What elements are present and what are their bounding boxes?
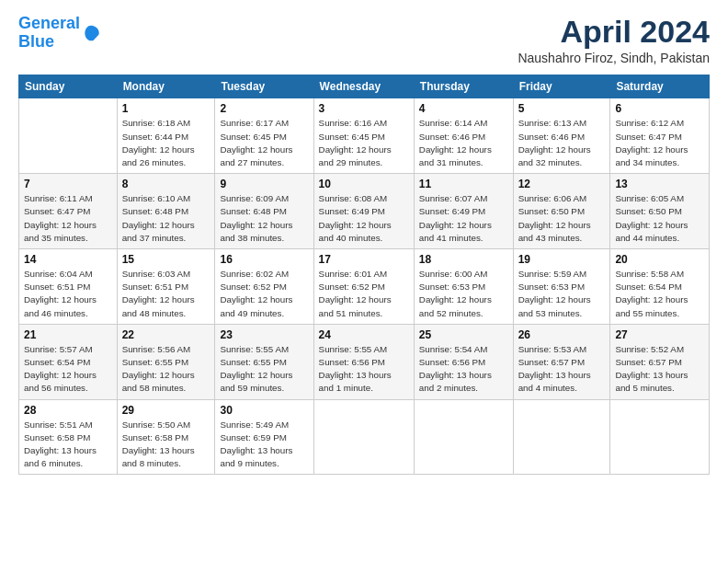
table-cell	[414, 399, 513, 475]
day-info: Sunrise: 6:00 AM Sunset: 6:53 PM Dayligh…	[419, 268, 508, 320]
day-number: 18	[419, 253, 508, 266]
day-number: 3	[319, 102, 409, 115]
table-cell: 4Sunrise: 6:14 AM Sunset: 6:46 PM Daylig…	[414, 98, 513, 174]
table-cell: 14Sunrise: 6:04 AM Sunset: 6:51 PM Dayli…	[19, 249, 118, 325]
day-info: Sunrise: 5:51 AM Sunset: 6:58 PM Dayligh…	[24, 419, 112, 471]
col-friday: Friday	[513, 75, 610, 98]
day-info: Sunrise: 6:06 AM Sunset: 6:50 PM Dayligh…	[518, 192, 606, 245]
week-row-2: 14Sunrise: 6:04 AM Sunset: 6:51 PM Dayli…	[19, 249, 710, 325]
week-row-0: 1Sunrise: 6:18 AM Sunset: 6:44 PM Daylig…	[19, 98, 710, 174]
day-number: 25	[419, 328, 508, 341]
day-info: Sunrise: 5:55 AM Sunset: 6:56 PM Dayligh…	[319, 343, 409, 396]
table-cell: 9Sunrise: 6:09 AM Sunset: 6:48 PM Daylig…	[215, 174, 313, 249]
day-number: 6	[615, 102, 704, 115]
week-row-4: 28Sunrise: 5:51 AM Sunset: 6:58 PM Dayli…	[19, 399, 710, 475]
subtitle: Naushahro Firoz, Sindh, Pakistan	[518, 51, 710, 65]
table-cell: 18Sunrise: 6:00 AM Sunset: 6:53 PM Dayli…	[414, 249, 513, 325]
day-info: Sunrise: 6:07 AM Sunset: 6:49 PM Dayligh…	[419, 192, 508, 245]
day-number: 15	[122, 253, 210, 266]
table-cell: 13Sunrise: 6:05 AM Sunset: 6:50 PM Dayli…	[610, 174, 710, 249]
table-cell: 17Sunrise: 6:01 AM Sunset: 6:52 PM Dayli…	[313, 249, 414, 325]
day-info: Sunrise: 6:14 AM Sunset: 6:46 PM Dayligh…	[419, 117, 508, 169]
day-info: Sunrise: 5:55 AM Sunset: 6:55 PM Dayligh…	[220, 343, 308, 396]
col-wednesday: Wednesday	[313, 75, 414, 98]
table-cell: 19Sunrise: 5:59 AM Sunset: 6:53 PM Dayli…	[513, 249, 610, 325]
page: General Blue April 2024 Naushahro Firoz,…	[0, 0, 728, 486]
day-info: Sunrise: 5:56 AM Sunset: 6:55 PM Dayligh…	[122, 343, 210, 396]
table-cell: 16Sunrise: 6:02 AM Sunset: 6:52 PM Dayli…	[215, 249, 313, 325]
day-info: Sunrise: 6:02 AM Sunset: 6:52 PM Dayligh…	[220, 268, 308, 320]
logo: General Blue	[18, 15, 100, 52]
table-cell: 22Sunrise: 5:56 AM Sunset: 6:55 PM Dayli…	[117, 324, 215, 399]
day-info: Sunrise: 6:09 AM Sunset: 6:48 PM Dayligh…	[220, 192, 308, 245]
header-row: Sunday Monday Tuesday Wednesday Thursday…	[19, 75, 710, 98]
day-number: 14	[24, 253, 112, 266]
day-number: 16	[220, 253, 308, 266]
table-cell	[610, 399, 710, 475]
calendar-table: Sunday Monday Tuesday Wednesday Thursday…	[18, 75, 710, 475]
logo-blue: Blue	[18, 32, 54, 51]
day-info: Sunrise: 5:57 AM Sunset: 6:54 PM Dayligh…	[24, 343, 112, 396]
table-cell: 12Sunrise: 6:06 AM Sunset: 6:50 PM Dayli…	[513, 174, 610, 249]
table-cell: 7Sunrise: 6:11 AM Sunset: 6:47 PM Daylig…	[19, 174, 118, 249]
day-info: Sunrise: 5:58 AM Sunset: 6:54 PM Dayligh…	[615, 268, 704, 320]
table-cell: 20Sunrise: 5:58 AM Sunset: 6:54 PM Dayli…	[610, 249, 710, 325]
day-info: Sunrise: 6:03 AM Sunset: 6:51 PM Dayligh…	[122, 268, 210, 320]
day-info: Sunrise: 6:08 AM Sunset: 6:49 PM Dayligh…	[319, 192, 409, 245]
day-info: Sunrise: 6:17 AM Sunset: 6:45 PM Dayligh…	[220, 117, 308, 169]
day-number: 19	[518, 253, 606, 266]
table-cell: 15Sunrise: 6:03 AM Sunset: 6:51 PM Dayli…	[117, 249, 215, 325]
table-cell: 6Sunrise: 6:12 AM Sunset: 6:47 PM Daylig…	[610, 98, 710, 174]
table-cell: 25Sunrise: 5:54 AM Sunset: 6:56 PM Dayli…	[414, 324, 513, 399]
table-cell	[313, 399, 414, 475]
table-cell: 1Sunrise: 6:18 AM Sunset: 6:44 PM Daylig…	[117, 98, 215, 174]
day-info: Sunrise: 5:54 AM Sunset: 6:56 PM Dayligh…	[419, 343, 508, 396]
logo-icon	[82, 24, 100, 42]
title-area: April 2024 Naushahro Firoz, Sindh, Pakis…	[518, 15, 710, 65]
table-cell	[513, 399, 610, 475]
table-cell: 2Sunrise: 6:17 AM Sunset: 6:45 PM Daylig…	[215, 98, 313, 174]
col-monday: Monday	[117, 75, 215, 98]
day-info: Sunrise: 5:53 AM Sunset: 6:57 PM Dayligh…	[518, 343, 606, 396]
day-number: 7	[24, 178, 112, 190]
table-cell: 26Sunrise: 5:53 AM Sunset: 6:57 PM Dayli…	[513, 324, 610, 399]
day-info: Sunrise: 6:01 AM Sunset: 6:52 PM Dayligh…	[319, 268, 409, 320]
day-info: Sunrise: 6:04 AM Sunset: 6:51 PM Dayligh…	[24, 268, 112, 320]
day-number: 13	[615, 178, 704, 190]
day-number: 28	[24, 404, 112, 417]
day-number: 10	[319, 178, 409, 190]
day-number: 2	[220, 102, 308, 115]
month-title: April 2024	[518, 15, 710, 49]
logo-general: General	[18, 14, 80, 32]
day-number: 27	[615, 328, 704, 341]
col-thursday: Thursday	[414, 75, 513, 98]
day-number: 12	[518, 178, 606, 190]
table-cell: 27Sunrise: 5:52 AM Sunset: 6:57 PM Dayli…	[610, 324, 710, 399]
day-number: 26	[518, 328, 606, 341]
day-info: Sunrise: 5:52 AM Sunset: 6:57 PM Dayligh…	[615, 343, 704, 396]
week-row-1: 7Sunrise: 6:11 AM Sunset: 6:47 PM Daylig…	[19, 174, 710, 249]
day-number: 9	[220, 178, 308, 190]
day-number: 29	[122, 404, 210, 417]
col-tuesday: Tuesday	[215, 75, 313, 98]
day-number: 30	[220, 404, 308, 417]
day-number: 23	[220, 328, 308, 341]
table-cell: 30Sunrise: 5:49 AM Sunset: 6:59 PM Dayli…	[215, 399, 313, 475]
day-number: 20	[615, 253, 704, 266]
day-number: 5	[518, 102, 606, 115]
logo-content: General Blue	[18, 15, 100, 52]
day-info: Sunrise: 6:12 AM Sunset: 6:47 PM Dayligh…	[615, 117, 704, 169]
day-info: Sunrise: 6:18 AM Sunset: 6:44 PM Dayligh…	[122, 117, 210, 169]
table-cell: 11Sunrise: 6:07 AM Sunset: 6:49 PM Dayli…	[414, 174, 513, 249]
table-cell: 10Sunrise: 6:08 AM Sunset: 6:49 PM Dayli…	[313, 174, 414, 249]
day-info: Sunrise: 6:16 AM Sunset: 6:45 PM Dayligh…	[319, 117, 409, 169]
day-info: Sunrise: 5:50 AM Sunset: 6:58 PM Dayligh…	[122, 419, 210, 471]
day-number: 22	[122, 328, 210, 341]
logo-text: General Blue	[18, 15, 80, 52]
day-info: Sunrise: 6:11 AM Sunset: 6:47 PM Dayligh…	[24, 192, 112, 245]
day-info: Sunrise: 5:59 AM Sunset: 6:53 PM Dayligh…	[518, 268, 606, 320]
day-info: Sunrise: 6:13 AM Sunset: 6:46 PM Dayligh…	[518, 117, 606, 169]
table-cell: 5Sunrise: 6:13 AM Sunset: 6:46 PM Daylig…	[513, 98, 610, 174]
table-cell: 28Sunrise: 5:51 AM Sunset: 6:58 PM Dayli…	[19, 399, 118, 475]
day-number: 4	[419, 102, 508, 115]
